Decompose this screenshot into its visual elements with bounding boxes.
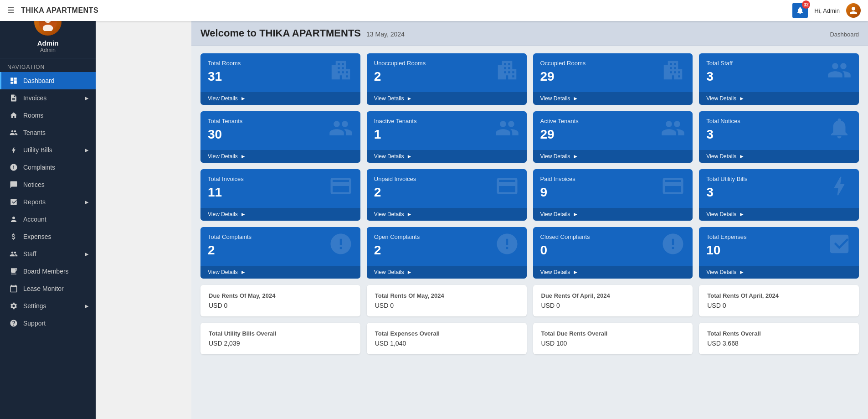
arrow-right-icon: ► [739,95,745,102]
sidebar-item-tenants[interactable]: Tenants [0,124,96,141]
tenants-icon [495,116,519,145]
page-title: Welcome to THIKA APARTMENTS [200,27,361,39]
sidebar-item-notices[interactable]: Notices [0,176,96,193]
stat-card: Unpaid Invoices 2 View Details ► [367,169,527,221]
tenants-icon [661,116,685,145]
sidebar-item-complaints[interactable]: Complaints [0,159,96,176]
stat-card-footer[interactable]: View Details ► [200,92,360,105]
summary-card-title: Total Utility Bills Overall [209,330,352,337]
stat-card-label: Total Invoices [208,176,244,182]
stat-card: Total Staff 3 View Details ► [699,53,859,105]
arrow-right-icon: ► [241,153,246,160]
stat-card-footer[interactable]: View Details ► [367,266,527,279]
stat-card-footer[interactable]: View Details ► [699,266,859,279]
stat-card-label: Total Expenses [706,233,746,240]
stat-card: Occupied Rooms 29 View Details ► [533,53,693,105]
summary-row1: Due Rents Of May, 2024 USD 0 Total Rents… [200,285,859,316]
summary-card-title: Due Rents Of April, 2024 [541,292,685,299]
sidebar-item-label: Account [23,216,46,223]
stat-card-label: Closed Complaints [540,233,590,240]
topbar: ☰ THIKA APARTMENTS 32 Hi, Admin [0,0,868,21]
stat-card: Total Rooms 31 View Details ► [200,53,360,105]
app-title: THIKA APARTMENTS [21,6,98,15]
stat-card-footer[interactable]: View Details ► [367,150,527,163]
stat-card-body: Total Complaints 2 [200,227,360,266]
stat-card: Inactive Tenants 1 View Details ► [367,111,527,163]
sidebar-item-account[interactable]: Account [0,211,96,228]
stat-cards-row1: Total Rooms 31 View Details ► Unoccupied… [200,53,859,105]
summary-card-value: USD 1,040 [375,340,519,347]
sidebar-item-invoices[interactable]: Invoices ▶ [0,89,96,107]
user-avatar-topbar[interactable] [846,3,861,18]
nav-arrow-icon: ▶ [85,303,88,309]
notices-icon [827,116,852,145]
stat-card-value: 2 [374,243,420,258]
settings-icon [9,302,19,310]
stat-card-footer[interactable]: View Details ► [200,266,360,279]
summary-card: Total Rents Overall USD 3,668 [699,323,859,354]
sidebar-item-rooms[interactable]: Rooms [0,107,96,124]
main-content: Welcome to THIKA APARTMENTS 13 May, 2024… [191,21,868,419]
stat-card: Closed Complaints 0 View Details ► [533,227,693,279]
summary-card-value: USD 100 [541,340,685,347]
sidebar-item-reports[interactable]: Reports ▶ [0,193,96,211]
stat-card-value: 2 [374,185,416,200]
menu-icon[interactable]: ☰ [7,5,15,16]
dashboard-icon [9,77,19,85]
topbar-right: 32 Hi, Admin [792,3,861,18]
stat-card-footer[interactable]: View Details ► [699,92,859,105]
sidebar-item-staff[interactable]: Staff ▶ [0,245,96,263]
stat-card: Total Invoices 11 View Details ► [200,169,360,221]
stat-card-footer[interactable]: View Details ► [533,150,693,163]
stat-card-footer[interactable]: View Details ► [533,266,693,279]
sidebar-item-label: Rooms [23,112,43,119]
sidebar-item-expenses[interactable]: Expenses [0,228,96,245]
summary-card: Total Expenses Overall USD 1,040 [367,323,527,354]
sidebar-item-label: Complaints [23,164,55,171]
summary-card: Total Utility Bills Overall USD 2,039 [200,323,360,354]
arrow-right-icon: ► [573,269,578,275]
stat-card-footer[interactable]: View Details ► [367,92,527,105]
sidebar-item-lease-monitor[interactable]: Lease Monitor [0,280,96,297]
stat-card-body: Inactive Tenants 1 [367,111,527,150]
summary-card: Total Due Rents Overall USD 100 [533,323,693,354]
stat-card-value: 1 [374,127,417,142]
stat-card-footer[interactable]: View Details ► [533,208,693,221]
nav-arrow-icon: ▶ [85,199,88,205]
stat-card-footer[interactable]: View Details ► [200,150,360,163]
stat-card-label: Total Complaints [208,233,252,240]
stat-card-footer[interactable]: View Details ► [367,208,527,221]
page-header-left: Welcome to THIKA APARTMENTS 13 May, 2024 [200,27,405,39]
stat-card-body: Unoccupied Rooms 2 [367,53,527,92]
invoice-icon [329,174,353,203]
stat-card-body: Occupied Rooms 29 [533,53,693,92]
stat-card-body: Total Notices 3 [699,111,859,150]
staff-icon [9,250,19,258]
sidebar-item-settings[interactable]: Settings ▶ [0,297,96,315]
summary-card-title: Total Rents Of May, 2024 [375,292,519,299]
sidebar-item-dashboard[interactable]: Dashboard [0,72,96,89]
arrow-right-icon: ► [407,269,412,275]
arrow-right-icon: ► [739,211,745,217]
stat-card-value: 3 [706,185,747,200]
summary-card-title: Total Rents Of April, 2024 [707,292,851,299]
sidebar-item-board-members[interactable]: Board Members [0,263,96,280]
notification-button[interactable]: 32 [792,3,808,18]
sidebar-item-label: Expenses [23,233,51,240]
account-icon [9,215,19,223]
complaints-icon [9,163,19,171]
sidebar-item-utility-bills[interactable]: Utility Bills ▶ [0,141,96,159]
stat-card-value: 3 [706,69,733,84]
arrow-right-icon: ► [241,211,246,217]
stat-card-footer[interactable]: View Details ► [533,92,693,105]
tenants-icon [9,129,19,137]
sidebar-item-support[interactable]: Support [0,315,96,332]
stat-card-footer[interactable]: View Details ► [699,208,859,221]
page-header: Welcome to THIKA APARTMENTS 13 May, 2024… [191,21,868,46]
rooms-icon [9,111,19,119]
arrow-right-icon: ► [241,269,246,275]
stat-card-label: Total Rooms [208,60,241,67]
stat-card-footer[interactable]: View Details ► [699,150,859,163]
stat-card-footer[interactable]: View Details ► [200,208,360,221]
topbar-greeting: Hi, Admin [814,7,840,14]
